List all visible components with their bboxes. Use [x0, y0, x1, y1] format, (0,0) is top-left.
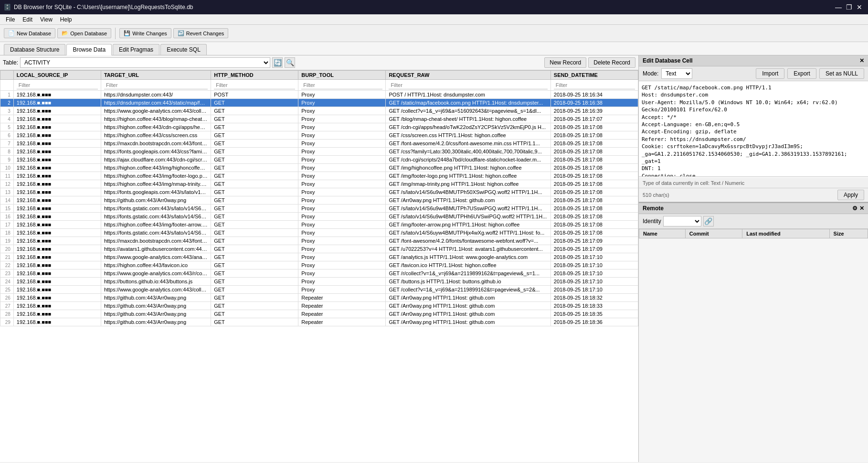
open-database-button[interactable]: 📂 Open Database	[57, 28, 111, 38]
remote-settings-icon[interactable]: ⚙	[852, 205, 857, 212]
table-row[interactable]: 5192.168.■.■■■https://highon.coffee:443/…	[0, 123, 638, 131]
menu-view[interactable]: View	[36, 15, 56, 24]
filter-button[interactable]: 🔍	[285, 57, 295, 68]
table-row[interactable]: 7192.168.■.■■■https://maxcdn.bootstrapcd…	[0, 140, 638, 148]
filter-ip[interactable]	[13, 80, 101, 91]
table-row[interactable]: 25192.168.■.■■■https://www.google-analyt…	[0, 286, 638, 294]
minimize-button[interactable]: —	[834, 2, 843, 12]
col-header-burp-tool[interactable]: BURP_TOOL	[298, 71, 386, 80]
table-row[interactable]: 17192.168.■.■■■https://highon.coffee:443…	[0, 221, 638, 229]
table-row[interactable]: 14192.168.■.■■■https://github.com:443/Ar…	[0, 196, 638, 205]
table-row[interactable]: 12192.168.■.■■■https://highon.coffee:443…	[0, 180, 638, 188]
filter-raw[interactable]	[386, 80, 550, 91]
table-row[interactable]: 22192.168.■.■■■https://highon.coffee:443…	[0, 261, 638, 269]
table-row[interactable]: 19192.168.■.■■■https://maxcdn.bootstrapc…	[0, 237, 638, 245]
filter-tool-input[interactable]	[301, 81, 382, 89]
table-row[interactable]: 16192.168.■.■■■https://fonts.gstatic.com…	[0, 213, 638, 221]
export-button[interactable]: Export	[787, 68, 816, 79]
table-row[interactable]: 29192.168.■.■■■https://github.com:443/Ar…	[0, 318, 638, 326]
filter-tool[interactable]	[298, 80, 386, 91]
tab-browse-data[interactable]: Browse Data	[66, 44, 112, 55]
table-cell: Proxy	[298, 229, 386, 237]
col-header-send-datetime[interactable]: SEND_DATETIME	[550, 71, 638, 80]
identity-select[interactable]	[663, 216, 701, 226]
table-cell: 21	[0, 253, 14, 261]
table-row[interactable]: 3192.168.■.■■■https://www.google-analyti…	[0, 107, 638, 115]
set-as-null-button[interactable]: Set as NULL	[819, 68, 864, 79]
tab-execute-sql[interactable]: Execute SQL	[160, 44, 207, 55]
table-row[interactable]: 6192.168.■.■■■https://highon.coffee:443/…	[0, 131, 638, 140]
data-table-container[interactable]: LOCAL_SOURCE_IP TARGET_URL HTTP_METHOD B…	[0, 70, 638, 462]
table-cell: https://highon.coffee:443/img/footer-arr…	[101, 221, 211, 229]
table-cell: 2018-09-25 18:17:08	[550, 213, 638, 221]
filter-method[interactable]	[211, 80, 298, 91]
table-row[interactable]: 1192.168.■.■■■https://dnsdumpster.com:44…	[0, 91, 638, 99]
table-row[interactable]: 9192.168.■.■■■https://ajax.cloudflare.co…	[0, 156, 638, 164]
remote-close-icon[interactable]: ✕	[859, 205, 864, 212]
filter-ip-input[interactable]	[17, 81, 98, 89]
filter-datetime[interactable]	[550, 80, 638, 91]
table-cell: GET /css/screen.css HTTP/1.1Host: highon…	[386, 131, 550, 140]
table-row[interactable]: 15192.168.■.■■■https://fonts.gstatic.com…	[0, 205, 638, 213]
table-cell: https://dnsdumpster.com:443/static/map/f…	[101, 99, 211, 107]
table-select[interactable]: ACTIVITY	[20, 57, 270, 68]
menu-help[interactable]: Help	[56, 15, 76, 24]
col-header-target-url[interactable]: TARGET_URL	[101, 71, 211, 80]
table-cell: GET	[211, 237, 298, 245]
table-row[interactable]: 21192.168.■.■■■https://www.google-analyt…	[0, 253, 638, 261]
table-cell: https://highon.coffee:443/img/footer-log…	[101, 172, 211, 180]
window-controls[interactable]: — ❐ ✕	[834, 2, 864, 12]
new-database-button[interactable]: 📄 New Database	[4, 28, 55, 38]
tab-edit-pragmas[interactable]: Edit Pragmas	[113, 44, 159, 55]
menu-file[interactable]: File	[2, 15, 19, 24]
remote-connect-button[interactable]: 🔗	[703, 216, 714, 226]
table-row[interactable]: 4192.168.■.■■■https://highon.coffee:443/…	[0, 115, 638, 123]
col-header-request-raw[interactable]: REQUEST_RAW	[386, 71, 550, 80]
table-cell: GET	[211, 180, 298, 188]
col-header-http-method[interactable]: HTTP_METHOD	[211, 71, 298, 80]
filter-datetime-input[interactable]	[554, 81, 635, 89]
maximize-button[interactable]: ❐	[844, 2, 854, 12]
delete-record-button[interactable]: Delete Record	[588, 57, 635, 68]
filter-url[interactable]	[101, 80, 211, 91]
revert-changes-button[interactable]: ↩️ Revert Changes	[173, 28, 229, 38]
table-cell: GET /cdn-cgi/apps/head/oTwK22odZsY2CPSkV…	[386, 123, 550, 131]
import-button[interactable]: Import	[756, 68, 784, 79]
table-cell: 2018-09-25 18:16:34	[550, 91, 638, 99]
table-cell: GET /Arr0way.png HTTP/1.1Host: github.co…	[386, 196, 550, 205]
close-button[interactable]: ✕	[855, 2, 864, 12]
table-cell: 2018-09-25 18:17:08	[550, 188, 638, 196]
filter-method-input[interactable]	[214, 81, 295, 89]
table-cell: 17	[0, 221, 14, 229]
mode-select[interactable]: Text Binary Null	[661, 68, 692, 79]
table-row[interactable]: 8192.168.■.■■■https://fonts.googleapis.c…	[0, 148, 638, 156]
table-row[interactable]: 20192.168.■.■■■https://avatars1.githubus…	[0, 245, 638, 253]
table-row[interactable]: 13192.168.■.■■■https://fonts.googleapis.…	[0, 188, 638, 196]
table-row[interactable]: 23192.168.■.■■■https://www.google-analyt…	[0, 269, 638, 278]
menu-edit[interactable]: Edit	[19, 15, 36, 24]
table-row[interactable]: 18192.168.■.■■■https://fonts.gstatic.com…	[0, 229, 638, 237]
table-cell: GET	[211, 245, 298, 253]
table-row[interactable]: 11192.168.■.■■■https://highon.coffee:443…	[0, 172, 638, 180]
table-row[interactable]: 2192.168.■.■■■https://dnsdumpster.com:44…	[0, 99, 638, 107]
table-row[interactable]: 24192.168.■.■■■https://buttons.github.io…	[0, 278, 638, 286]
col-header-local-source-ip[interactable]: LOCAL_SOURCE_IP	[13, 71, 101, 80]
remote-table: Name Commit Last modified Size	[639, 229, 868, 238]
table-row[interactable]: 28192.168.■.■■■https://github.com:443/Ar…	[0, 310, 638, 318]
refresh-button[interactable]: 🔄	[272, 57, 283, 68]
tab-database-structure[interactable]: Database Structure	[4, 44, 65, 55]
filter-url-input[interactable]	[104, 81, 208, 89]
edit-cell-close[interactable]: ✕	[859, 57, 864, 64]
table-cell: 192.168.■.■■■	[13, 180, 101, 188]
table-row[interactable]: 10192.168.■.■■■https://highon.coffee:443…	[0, 164, 638, 172]
write-changes-button[interactable]: 💾 Write Changes	[119, 28, 171, 38]
table-cell: https://highon.coffee:443/img/highoncoff…	[101, 164, 211, 172]
table-row[interactable]: 26192.168.■.■■■https://github.com:443/Ar…	[0, 294, 638, 302]
new-db-icon: 📄	[8, 30, 15, 36]
apply-button[interactable]: Apply	[837, 190, 864, 200]
col-header-rownum[interactable]	[0, 71, 14, 80]
cell-content-textarea[interactable]	[639, 81, 868, 177]
filter-raw-input[interactable]	[389, 81, 547, 89]
new-record-button[interactable]: New Record	[544, 57, 586, 68]
table-row[interactable]: 27192.168.■.■■■https://github.com:443/Ar…	[0, 302, 638, 310]
